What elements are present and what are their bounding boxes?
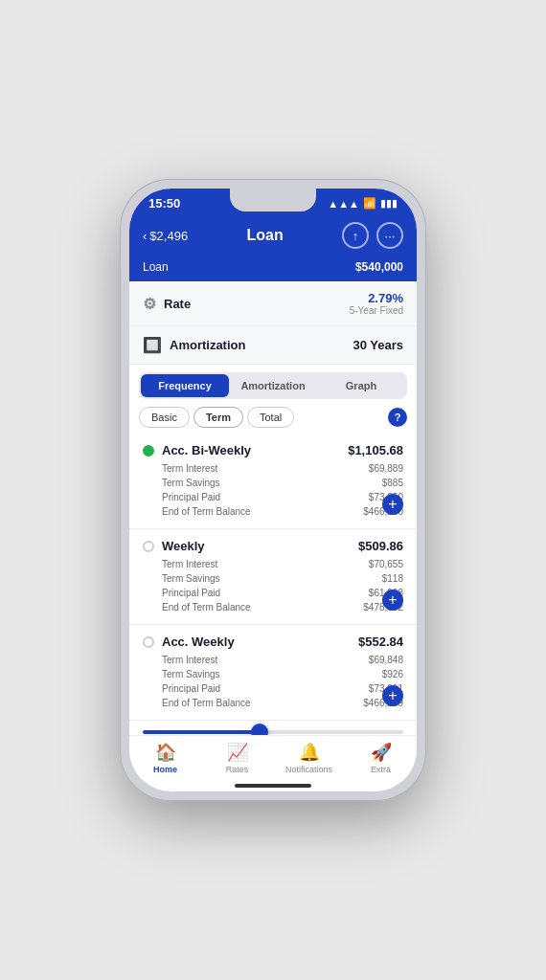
payment-header-2: Weekly $509.86 <box>143 539 403 553</box>
amortization-label: Amortization <box>170 338 245 352</box>
segment-tabs: Frequency Amortization Graph <box>139 372 407 399</box>
payment-left-1: Acc. Bi-Weekly <box>143 443 251 457</box>
radio-unselected-icon <box>143 541 154 552</box>
payment-name-1: Acc. Bi-Weekly <box>162 443 251 457</box>
add-payment-3-button[interactable]: + <box>382 685 403 706</box>
wifi-icon: 📶 <box>363 197 376 210</box>
back-button[interactable]: ‹ $2,496 <box>143 229 188 243</box>
detail-label: Principal Paid <box>162 586 220 600</box>
detail-label: End of Term Balance <box>162 504 251 519</box>
more-button[interactable]: ··· <box>376 222 403 249</box>
detail-label: End of Term Balance <box>162 696 251 710</box>
detail-row: Principal Paid $73,891 <box>162 681 403 696</box>
detail-label: End of Term Balance <box>162 600 251 614</box>
main-content: ⚙ Rate 2.79% 5-Year Fixed 🔲 Amortization… <box>129 281 417 735</box>
payment-header-3: Acc. Weekly $552.84 <box>143 635 403 649</box>
detail-value: $69,889 <box>369 461 403 476</box>
slider-thumb[interactable] <box>251 724 268 735</box>
rate-row[interactable]: ⚙ Rate 2.79% 5-Year Fixed <box>129 281 417 326</box>
detail-row: Term Interest $69,848 <box>162 653 403 667</box>
slider-track <box>143 730 403 734</box>
payment-left-2: Weekly <box>143 539 205 553</box>
payment-item-weekly[interactable]: Weekly $509.86 Term Interest $70,655 Ter… <box>129 529 417 625</box>
tab-amortization[interactable]: Amortization <box>229 374 317 397</box>
extra-icon: 🚀 <box>371 742 392 763</box>
detail-row: Term Interest $70,655 <box>162 557 403 571</box>
page-title: Loan <box>246 227 283 244</box>
detail-value: $118 <box>382 571 403 586</box>
nav-rates-label: Rates <box>226 765 249 774</box>
rate-right: 2.79% 5-Year Fixed <box>350 291 403 316</box>
subtab-basic[interactable]: Basic <box>139 407 190 428</box>
detail-value: $70,655 <box>369 557 403 571</box>
detail-label: Principal Paid <box>162 681 220 696</box>
slider-fill <box>143 730 260 734</box>
share-icon: ↑ <box>353 229 359 243</box>
notch <box>230 189 316 212</box>
rate-subtext: 5-Year Fixed <box>350 305 403 316</box>
payment-amount-2: $509.86 <box>358 539 403 553</box>
payment-amount-1: $1,105.68 <box>348 443 403 457</box>
slider-container[interactable] <box>129 721 417 735</box>
nav-extra-label: Extra <box>371 765 391 774</box>
radio-unselected-icon <box>143 636 154 648</box>
detail-row: Term Savings $118 <box>162 571 403 586</box>
calculator-icon: 🔲 <box>143 336 162 354</box>
header: ‹ $2,496 Loan ↑ ··· <box>129 216 417 256</box>
battery-icon: ▮▮▮ <box>380 197 398 210</box>
nav-notifications[interactable]: 🔔 Notifications <box>273 742 345 774</box>
detail-value: $885 <box>382 476 403 490</box>
loan-label: Loan <box>143 260 169 274</box>
payment-details-1: Term Interest $69,889 Term Savings $885 … <box>162 461 403 519</box>
detail-label: Principal Paid <box>162 490 220 504</box>
subtab-total[interactable]: Total <box>247 407 294 428</box>
detail-value: $69,848 <box>369 653 403 667</box>
add-payment-2-button[interactable]: + <box>382 590 403 611</box>
amortization-left: 🔲 Amortization <box>143 336 245 354</box>
phone-frame: 15:50 ▲▲▲ 📶 ▮▮▮ ‹ $2,496 Loan ↑ ··· <box>120 179 426 801</box>
detail-value: $926 <box>382 667 403 681</box>
home-indicator <box>235 784 311 788</box>
status-icons: ▲▲▲ 📶 ▮▮▮ <box>328 197 398 210</box>
subtab-term[interactable]: Term <box>193 407 243 428</box>
loan-amount: $540,000 <box>355 260 403 274</box>
detail-row: End of Term Balance $478,092 <box>162 600 403 614</box>
payment-name-2: Weekly <box>162 539 205 553</box>
tab-graph[interactable]: Graph <box>317 374 405 397</box>
radio-selected-icon <box>143 445 154 457</box>
payment-details-2: Term Interest $70,655 Term Savings $118 … <box>162 557 403 614</box>
payment-item-acc-biweekly[interactable]: Acc. Bi-Weekly $1,105.68 Term Interest $… <box>129 434 417 529</box>
status-time: 15:50 <box>148 196 180 211</box>
payment-details-3: Term Interest $69,848 Term Savings $926 … <box>162 653 403 710</box>
notifications-icon: 🔔 <box>299 742 320 763</box>
share-button[interactable]: ↑ <box>342 222 369 249</box>
more-icon: ··· <box>385 229 396 243</box>
help-button[interactable]: ? <box>388 408 407 427</box>
add-payment-1-button[interactable]: + <box>382 494 403 515</box>
detail-row: Principal Paid $61,908 <box>162 586 403 600</box>
detail-label: Term Savings <box>162 667 220 681</box>
phone-screen: 15:50 ▲▲▲ 📶 ▮▮▮ ‹ $2,496 Loan ↑ ··· <box>129 189 417 791</box>
amortization-value: 30 Years <box>353 338 403 352</box>
signal-icon: ▲▲▲ <box>328 198 359 210</box>
detail-row: Term Savings $926 <box>162 667 403 681</box>
payment-name-3: Acc. Weekly <box>162 635 235 649</box>
payment-item-acc-weekly[interactable]: Acc. Weekly $552.84 Term Interest $69,84… <box>129 625 417 721</box>
nav-home[interactable]: 🏠 Home <box>129 742 201 774</box>
back-arrow-icon: ‹ <box>143 229 147 243</box>
tab-frequency[interactable]: Frequency <box>141 374 229 397</box>
nav-extra[interactable]: 🚀 Extra <box>345 742 417 774</box>
amortization-row[interactable]: 🔲 Amortization 30 Years <box>129 326 417 365</box>
loan-summary-row: Loan $540,000 <box>129 256 417 281</box>
payment-header-1: Acc. Bi-Weekly $1,105.68 <box>143 443 403 457</box>
detail-row: Principal Paid $73,850 <box>162 490 403 504</box>
detail-label: Term Interest <box>162 557 217 571</box>
nav-rates[interactable]: 📈 Rates <box>201 742 273 774</box>
detail-label: Term Interest <box>162 461 217 476</box>
sub-tabs: Basic Term Total ? <box>139 407 407 428</box>
payment-amount-3: $552.84 <box>358 635 403 649</box>
detail-row: Term Savings $885 <box>162 476 403 490</box>
rates-icon: 📈 <box>227 742 248 763</box>
detail-label: Term Savings <box>162 476 220 490</box>
rate-value: 2.79% <box>350 291 403 305</box>
